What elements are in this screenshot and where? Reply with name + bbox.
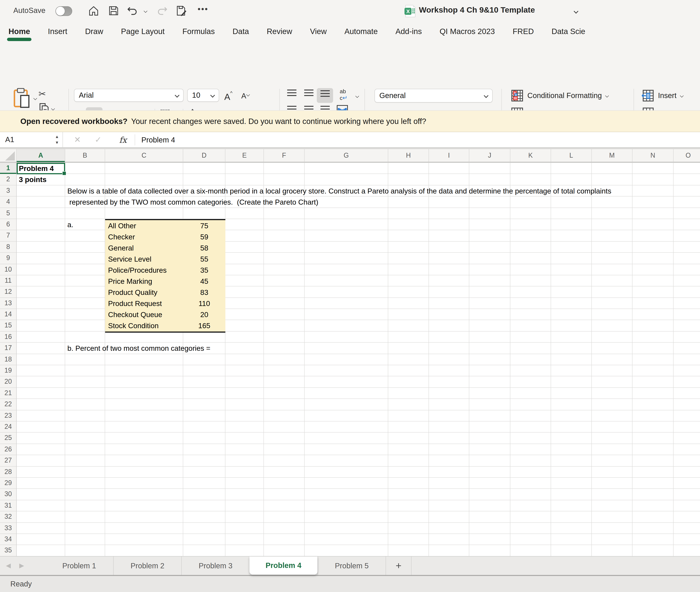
cell-D11[interactable] [183,275,225,287]
cell-D26[interactable] [183,444,225,455]
ribbon-tab-view[interactable]: View [310,26,327,40]
cell-M13[interactable] [592,298,633,309]
cell-B34[interactable] [65,534,105,545]
cell-O10[interactable] [673,264,700,275]
cell-K12[interactable] [510,287,551,298]
cell-H25[interactable] [388,433,429,444]
cell-M23[interactable] [592,410,633,422]
cell-J19[interactable] [469,365,510,377]
cell-L16[interactable] [551,332,592,343]
cell-E21[interactable] [225,388,264,399]
cell-G12[interactable] [305,287,388,298]
cell-J6[interactable] [469,219,510,230]
cell-L35[interactable] [551,545,592,556]
cell-J10[interactable] [469,264,510,275]
cell-H22[interactable] [388,399,429,410]
cell-G21[interactable] [305,388,388,399]
cell-L30[interactable] [551,489,592,500]
cell-M21[interactable] [592,388,633,399]
cell-J12[interactable] [469,287,510,298]
cell-J11[interactable] [469,275,510,287]
cell-D30[interactable] [183,489,225,500]
cell-A35[interactable] [17,545,65,556]
cell-F16[interactable] [264,332,305,343]
row-header-26[interactable]: 26 [0,444,17,455]
cell-H30[interactable] [388,489,429,500]
cell-D15[interactable] [183,320,225,332]
cell-A23[interactable] [17,410,65,422]
cell-L24[interactable] [551,422,592,433]
cell-F10[interactable] [264,264,305,275]
cell-N22[interactable] [633,399,673,410]
cell-N33[interactable] [633,523,673,534]
cell-N34[interactable] [633,534,673,545]
cell-B6[interactable] [65,219,105,230]
grid-rows[interactable]: 1234567891011121314151617181920212223242… [0,163,700,556]
cell-A2[interactable] [17,174,65,185]
cell-K26[interactable] [510,444,551,455]
cell-O8[interactable] [673,241,700,253]
cell-E14[interactable] [225,309,264,320]
cell-B26[interactable] [65,444,105,455]
cell-G20[interactable] [305,377,388,388]
cell-D9[interactable] [183,253,225,264]
cell-D27[interactable] [183,455,225,466]
cell-M1[interactable] [592,163,633,174]
row-header-14[interactable]: 14 [0,309,17,320]
cell-H24[interactable] [388,422,429,433]
cell-M30[interactable] [592,489,633,500]
column-header-J[interactable]: J [469,149,510,162]
cell-F11[interactable] [264,275,305,287]
cell-L4[interactable] [551,196,592,208]
cell-G22[interactable] [305,399,388,410]
cell-N3[interactable] [633,185,673,197]
cell-J35[interactable] [469,545,510,556]
cell-G19[interactable] [305,365,388,377]
cell-J25[interactable] [469,433,510,444]
cell-B31[interactable] [65,500,105,511]
cell-J31[interactable] [469,500,510,511]
cell-I15[interactable] [429,320,469,332]
cell-G16[interactable] [305,332,388,343]
cell-F14[interactable] [264,309,305,320]
row-header-17[interactable]: 17 [0,343,17,354]
cell-G30[interactable] [305,489,388,500]
cell-N17[interactable] [633,343,673,354]
cell-G29[interactable] [305,478,388,489]
cell-L25[interactable] [551,433,592,444]
cell-N27[interactable] [633,455,673,466]
cell-H6[interactable] [388,219,429,230]
cell-C16[interactable] [105,332,183,343]
cell-I2[interactable] [429,174,469,185]
cell-G8[interactable] [305,241,388,253]
row-header-16[interactable]: 16 [0,332,17,343]
cell-J4[interactable] [469,196,510,208]
cell-I34[interactable] [429,534,469,545]
cell-H23[interactable] [388,410,429,422]
cell-E22[interactable] [225,399,264,410]
cell-K31[interactable] [510,500,551,511]
cell-H14[interactable] [388,309,429,320]
cell-F26[interactable] [264,444,305,455]
select-all-corner[interactable] [0,149,17,162]
cell-C4[interactable] [105,196,183,208]
cell-M7[interactable] [592,230,633,242]
cell-N29[interactable] [633,478,673,489]
cell-B2[interactable] [65,174,105,185]
cell-C20[interactable] [105,377,183,388]
cell-E32[interactable] [225,511,264,523]
cell-K23[interactable] [510,410,551,422]
cell-D28[interactable] [183,466,225,478]
cell-G33[interactable] [305,523,388,534]
document-title[interactable]: Workshop 4 Ch 9&10 Template [419,6,535,15]
row-header-25[interactable]: 25 [0,433,17,444]
cell-H21[interactable] [388,388,429,399]
cell-G15[interactable] [305,320,388,332]
cell-F9[interactable] [264,253,305,264]
cell-C24[interactable] [105,422,183,433]
ribbon-tab-add-ins[interactable]: Add-ins [395,26,422,40]
cell-O1[interactable] [673,163,700,174]
cell-I16[interactable] [429,332,469,343]
cell-H9[interactable] [388,253,429,264]
cell-H5[interactable] [388,208,429,219]
